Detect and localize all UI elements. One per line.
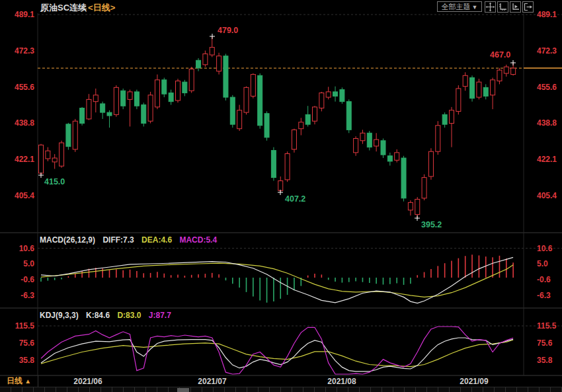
macd-axis-label-right: -6.3 — [537, 291, 551, 300]
candles-layer[interactable] — [39, 36, 516, 218]
extreme-price-label: 395.2 — [421, 220, 442, 229]
kdj-axis-label-left: 115.5 — [0, 321, 34, 331]
kdj-axis-label-left: 75.6 — [0, 338, 34, 348]
price-axis-label-right: 455.6 — [537, 83, 557, 92]
period-selector[interactable]: 日线 ▲ — [0, 375, 38, 387]
theme-dropdown-label: 全部主题 — [442, 3, 471, 11]
chart-window: 415.0479.0407.2395.2467.0 原油SC连续<日线> 全部主… — [0, 0, 562, 392]
price-axis-label-right: 489.1 — [537, 10, 557, 19]
axis-playback-icon — [510, 2, 520, 12]
kdj-indicator-header: KDJ(9,3,3) K:84.6 D:83.0 J:87.7 — [40, 311, 171, 320]
pan-crosshair-icon — [485, 2, 495, 12]
axis-scale-icon — [498, 2, 508, 12]
macd-panel — [41, 255, 513, 303]
price-axis-label-left: 422.1 — [0, 155, 34, 164]
period-tag: <日线> — [88, 3, 115, 13]
extreme-price-label: 415.0 — [44, 177, 65, 186]
macd-indicator-header: MACD(26,12,9) DIFF:7.3 DEA:4.6 MACD:5.4 — [40, 235, 217, 245]
date-axis-label: 2021/07 — [198, 377, 226, 386]
instrument-name: 原油SC连续 — [40, 3, 87, 13]
chart-title: 原油SC连续<日线> — [40, 2, 115, 14]
price-axis-label-right: 438.8 — [537, 118, 557, 128]
macd-axis-label-right: -0.6 — [537, 275, 551, 284]
macd-diff-value: DIFF:7.3 — [102, 235, 134, 245]
kdj-d-value: D:83.0 — [117, 311, 141, 320]
date-axis-label: 2021/09 — [460, 377, 488, 386]
horizontal-scrollbar[interactable] — [0, 387, 562, 392]
kdj-axis-label-right: 35.8 — [537, 356, 552, 365]
pan-crosshair-button[interactable] — [485, 1, 496, 13]
date-axis-label: 2021/08 — [327, 377, 356, 386]
macd-axis-label-right: 5.0 — [537, 259, 548, 268]
price-annotations: 415.0479.0407.2395.2467.0 — [38, 26, 516, 229]
macd-axis-label-left: -0.6 — [0, 275, 34, 284]
kdj-j-value: J:87.7 — [149, 311, 171, 320]
macd-axis-label-left: 5.0 — [0, 259, 34, 268]
price-axis-label-right: 405.4 — [537, 191, 557, 200]
macd-dea-value: DEA:4.6 — [141, 235, 172, 245]
price-axis-label-left: 489.1 — [0, 10, 34, 19]
exit-chart-icon — [523, 2, 533, 12]
scrollbar-thumb[interactable] — [177, 388, 189, 392]
macd-axis-label-right: 10.6 — [537, 244, 552, 253]
kdj-panel — [41, 327, 513, 374]
extreme-price-label: 467.0 — [490, 50, 510, 59]
kdj-axis-label-right: 75.6 — [537, 338, 552, 348]
price-axis-label-left: 472.3 — [0, 46, 34, 56]
price-axis-label-left: 455.6 — [0, 83, 34, 92]
macd-params: MACD(26,12,9) — [40, 235, 95, 245]
extreme-price-label: 407.2 — [285, 194, 305, 204]
price-axis-label-left: 438.8 — [0, 118, 34, 128]
exit-chart-button[interactable] — [522, 1, 534, 13]
theme-dropdown[interactable]: 全部主题▼ — [437, 1, 482, 12]
chevron-down-icon: ▼ — [472, 4, 478, 11]
axis-scale-button[interactable] — [497, 1, 508, 13]
price-axis-label-left: 405.4 — [0, 191, 34, 200]
price-axis-label-right: 472.3 — [537, 46, 557, 56]
triangle-up-icon: ▲ — [24, 377, 31, 385]
axis-playback-button[interactable] — [510, 1, 521, 13]
macd-macd-value: MACD:5.4 — [179, 235, 217, 245]
period-label: 日线 — [7, 376, 22, 385]
kdj-params: KDJ(9,3,3) — [40, 311, 79, 320]
macd-axis-label-left: 10.6 — [0, 244, 34, 253]
chart-canvas[interactable]: 415.0479.0407.2395.2467.0 — [0, 0, 562, 392]
kdj-axis-label-right: 115.5 — [537, 321, 556, 331]
kdj-k-value: K:84.6 — [86, 311, 110, 320]
gridlines — [0, 13, 562, 375]
price-axis-label-right: 422.1 — [537, 155, 557, 164]
extreme-price-label: 479.0 — [218, 26, 238, 35]
kdj-axis-label-left: 35.8 — [0, 356, 34, 365]
macd-axis-label-left: -6.3 — [0, 291, 34, 300]
date-axis-label: 2021/06 — [73, 377, 102, 386]
